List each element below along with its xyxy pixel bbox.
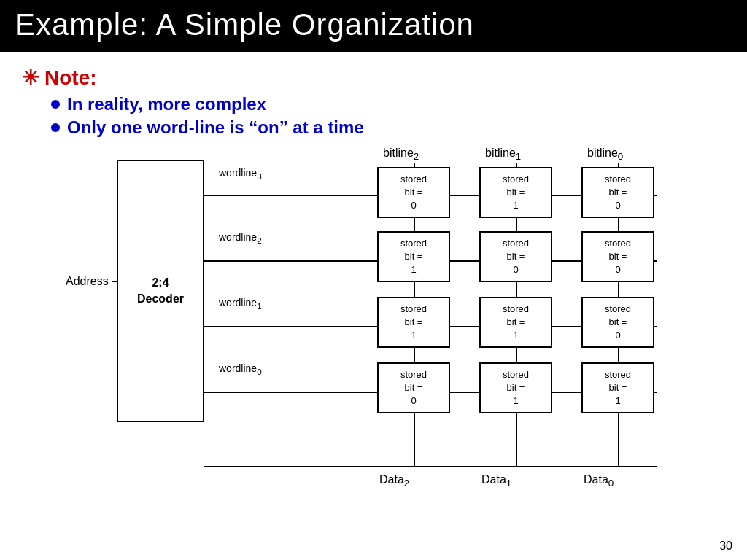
bitline-label-1: bitline1 bbox=[485, 147, 521, 162]
cell-1-2-value: 0 bbox=[605, 263, 631, 276]
cell-1-0: storedbit = 1 bbox=[377, 231, 450, 282]
cell-0-2: storedbit = 0 bbox=[581, 167, 654, 218]
bitline2-text: bitline2 bbox=[383, 147, 419, 159]
cell-0-2-value: 0 bbox=[605, 199, 631, 212]
address-text: Address bbox=[66, 275, 109, 288]
bullet-dot-1 bbox=[51, 100, 60, 109]
decoder-line2: Decoder bbox=[137, 291, 184, 307]
cell-2-1-value: 1 bbox=[503, 329, 529, 342]
cell-3-2: storedbit = 1 bbox=[581, 362, 654, 413]
bullet-text-2: Only one word-line is “on” at a time bbox=[67, 117, 364, 138]
page-number: 30 bbox=[719, 540, 732, 553]
cell-3-0: storedbit = 0 bbox=[377, 362, 450, 413]
bullet-text-1: In reality, more complex bbox=[67, 94, 266, 114]
cell-2-2: storedbit = 0 bbox=[581, 297, 654, 348]
wordline-1: wordline1 bbox=[219, 297, 262, 311]
decoder-line1: 2:4 bbox=[152, 275, 169, 291]
cell-3-2-value: 1 bbox=[605, 394, 631, 408]
bullet-item-2: Only one word-line is “on” at a time bbox=[51, 117, 725, 138]
cell-2-0: storedbit = 1 bbox=[377, 297, 450, 348]
hline-bottom bbox=[204, 466, 657, 467]
cell-0-0: storedbit = 0 bbox=[377, 167, 450, 218]
bullet-list: In reality, more complex Only one word-l… bbox=[51, 94, 725, 138]
cell-3-1: storedbit = 1 bbox=[479, 362, 552, 413]
data-label-0: Data0 bbox=[584, 473, 614, 489]
cell-0-1-value: 1 bbox=[503, 199, 529, 212]
bitline1-text: bitline1 bbox=[485, 147, 521, 159]
data-label-2: Data2 bbox=[379, 473, 409, 489]
bitline-label-0: bitline0 bbox=[587, 147, 623, 162]
wordline-0: wordline0 bbox=[219, 362, 262, 376]
cell-2-0-value: 1 bbox=[400, 329, 427, 342]
cell-1-1: storedbit = 0 bbox=[479, 231, 552, 282]
note-label: Note: bbox=[44, 66, 97, 90]
cell-1-2: storedbit = 0 bbox=[581, 231, 654, 282]
slide-header: Example: A Simple Organization bbox=[0, 0, 747, 52]
note-section: ✳ Note: In reality, more complex Only on… bbox=[22, 66, 725, 138]
cell-2-1: storedbit = 1 bbox=[479, 297, 552, 348]
cell-3-1-value: 1 bbox=[503, 394, 529, 408]
cell-1-1-value: 0 bbox=[503, 263, 529, 276]
cell-1-0-value: 1 bbox=[400, 263, 427, 276]
bullet-dot-2 bbox=[51, 123, 60, 132]
note-heading: ✳ Note: bbox=[22, 66, 725, 90]
bullet-item-1: In reality, more complex bbox=[51, 94, 725, 114]
cell-3-0-value: 0 bbox=[400, 394, 427, 408]
wordline-3: wordline3 bbox=[219, 167, 262, 181]
bitline0-text: bitline0 bbox=[587, 147, 623, 159]
data-label-1: Data1 bbox=[481, 473, 511, 489]
cell-2-2-value: 0 bbox=[605, 329, 631, 342]
cell-0-1: storedbit = 1 bbox=[479, 167, 552, 218]
diagram-area: Address 2 2:4 Decoder bitline2 bitline1 … bbox=[66, 145, 725, 502]
bitline-label-2: bitline2 bbox=[383, 147, 419, 162]
asterisk-icon: ✳ bbox=[22, 66, 39, 90]
header-title: Example: A Simple Organization bbox=[15, 7, 474, 42]
cell-0-0-value: 0 bbox=[400, 199, 427, 212]
decoder-box: 2:4 Decoder bbox=[117, 160, 204, 422]
slide-content: ✳ Note: In reality, more complex Only on… bbox=[0, 52, 747, 510]
wordline-2: wordline2 bbox=[219, 231, 262, 245]
